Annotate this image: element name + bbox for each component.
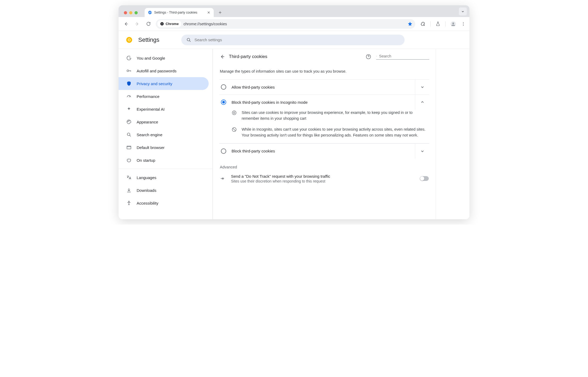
svg-point-21 bbox=[232, 111, 236, 115]
sidebar-item-label: You and Google bbox=[137, 56, 165, 60]
svg-point-25 bbox=[235, 113, 235, 114]
labs-icon[interactable] bbox=[435, 21, 440, 26]
url-text: chrome://settings/cookies bbox=[183, 22, 227, 26]
accessibility-icon bbox=[126, 200, 132, 206]
address-bar[interactable]: Chrome chrome://settings/cookies bbox=[156, 19, 415, 29]
svg-point-20 bbox=[376, 56, 377, 56]
sidebar-item-label: Search engine bbox=[137, 132, 162, 137]
window-close-button[interactable] bbox=[124, 11, 127, 14]
option-block-incognito: Block third-party cookies in Incognito m… bbox=[219, 94, 429, 110]
search-icon bbox=[376, 54, 377, 59]
detail-row: Sites can use cookies to improve your br… bbox=[232, 110, 429, 122]
svg-point-10 bbox=[128, 39, 130, 40]
settings-content: Third-party cookies Manage the types of … bbox=[213, 49, 469, 219]
new-tab-button[interactable] bbox=[216, 9, 224, 16]
sidebar-item-label: Accessibility bbox=[137, 201, 158, 205]
option-label: Block third-party cookies bbox=[232, 149, 275, 153]
collapse-button[interactable] bbox=[415, 95, 429, 110]
svg-point-4 bbox=[452, 22, 454, 24]
svg-point-12 bbox=[127, 70, 129, 72]
sidebar-item-label: On startup bbox=[137, 158, 155, 163]
send-icon bbox=[220, 176, 226, 181]
key-icon bbox=[126, 68, 132, 73]
svg-point-7 bbox=[463, 25, 464, 26]
sidebar-item-performance[interactable]: Performance bbox=[119, 90, 209, 103]
expand-button[interactable] bbox=[415, 80, 429, 94]
sidebar-item-appearance[interactable]: Appearance bbox=[119, 115, 209, 128]
window-controls bbox=[121, 11, 139, 17]
settings-sidebar: You and Google Autofill and passwords Pr… bbox=[119, 49, 213, 219]
detail-text: While in Incognito, sites can't use your… bbox=[242, 126, 429, 138]
separator bbox=[430, 21, 431, 27]
tab-title: Settings - Third-party cookies bbox=[154, 11, 197, 14]
extensions-icon[interactable] bbox=[421, 21, 426, 26]
toolbar-actions bbox=[419, 21, 466, 27]
sidebar-item-search-engine[interactable]: Search engine bbox=[119, 128, 209, 141]
option-allow-third-party-cookies: Allow third-party cookies bbox=[219, 79, 429, 94]
sidebar-item-label: Autofill and passwords bbox=[137, 69, 177, 73]
detail-row: While in Incognito, sites can't use your… bbox=[232, 126, 429, 138]
setting-title: Send a "Do Not Track" request with your … bbox=[231, 174, 414, 179]
sidebar-item-label: Experimental AI bbox=[137, 107, 165, 111]
expand-button[interactable] bbox=[415, 144, 429, 159]
chevron-down-icon bbox=[420, 148, 425, 154]
sidebar-item-autofill[interactable]: Autofill and passwords bbox=[119, 64, 209, 77]
sidebar-item-accessibility[interactable]: Accessibility bbox=[119, 197, 209, 209]
browser-tab[interactable]: Settings - Third-party cookies bbox=[145, 8, 214, 17]
radio-selected-icon bbox=[221, 100, 226, 105]
option-radio-area[interactable]: Block third-party cookies bbox=[219, 144, 415, 159]
block-icon bbox=[232, 126, 237, 138]
sidebar-item-label: Default browser bbox=[137, 145, 165, 150]
sidebar-item-downloads[interactable]: Downloads bbox=[119, 184, 209, 197]
chevron-down-icon bbox=[420, 84, 425, 90]
window-maximize-button[interactable] bbox=[135, 11, 138, 14]
translate-icon bbox=[126, 175, 132, 180]
intro-text: Manage the types of information sites ca… bbox=[219, 69, 429, 73]
tabs-overflow-button[interactable] bbox=[459, 7, 467, 15]
help-icon[interactable] bbox=[366, 54, 371, 60]
site-chip-label: Chrome bbox=[166, 22, 179, 26]
page-title: Settings bbox=[138, 36, 159, 43]
card-back-button[interactable] bbox=[219, 54, 225, 60]
sidebar-item-privacy-security[interactable]: Privacy and security bbox=[119, 77, 209, 90]
svg-point-2 bbox=[162, 23, 163, 24]
download-icon bbox=[126, 188, 132, 193]
search-settings-input[interactable] bbox=[195, 38, 400, 42]
svg-point-23 bbox=[234, 112, 235, 113]
detail-text: Sites can use cookies to improve your br… bbox=[242, 110, 429, 122]
site-chip[interactable]: Chrome bbox=[157, 20, 181, 27]
settings-header: Settings bbox=[119, 31, 469, 49]
svg-point-11 bbox=[187, 38, 190, 41]
back-button[interactable] bbox=[122, 20, 130, 28]
option-label: Block third-party cookies in Incognito m… bbox=[232, 100, 308, 105]
window-minimize-button[interactable] bbox=[129, 11, 132, 14]
menu-kebab-icon[interactable] bbox=[461, 22, 466, 26]
do-not-track-toggle[interactable] bbox=[420, 176, 429, 181]
option-radio-area[interactable]: Block third-party cookies in Incognito m… bbox=[219, 95, 415, 110]
section-search-input[interactable] bbox=[379, 54, 429, 58]
sidebar-item-experimental-ai[interactable]: Experimental AI bbox=[119, 103, 209, 115]
tab-close-button[interactable] bbox=[207, 11, 211, 14]
browser-toolbar: Chrome chrome://settings/cookies bbox=[119, 17, 469, 31]
setting-texts: Send a "Do Not Track" request with your … bbox=[231, 174, 414, 183]
forward-button[interactable] bbox=[133, 20, 141, 28]
svg-point-5 bbox=[463, 22, 464, 23]
search-settings-bar[interactable] bbox=[181, 35, 405, 45]
reload-button[interactable] bbox=[145, 20, 152, 28]
chevron-up-icon bbox=[420, 100, 425, 105]
sidebar-item-you-and-google[interactable]: You and Google bbox=[119, 52, 209, 64]
do-not-track-row[interactable]: Send a "Do Not Track" request with your … bbox=[219, 173, 429, 184]
section-search[interactable] bbox=[376, 54, 429, 60]
settings-gear-icon bbox=[148, 10, 152, 15]
sidebar-item-label: Downloads bbox=[137, 188, 156, 193]
sidebar-item-languages[interactable]: Languages bbox=[119, 171, 209, 184]
profile-avatar-icon[interactable] bbox=[450, 21, 456, 27]
option-radio-area[interactable]: Allow third-party cookies bbox=[219, 80, 415, 94]
sidebar-item-on-startup[interactable]: On startup bbox=[119, 154, 209, 167]
radio-unselected-icon bbox=[221, 148, 226, 154]
sidebar-item-default-browser[interactable]: Default browser bbox=[119, 141, 209, 154]
sidebar-item-label: Languages bbox=[137, 175, 156, 180]
setting-subtitle: Sites use their discretion when respondi… bbox=[231, 179, 414, 183]
browser-window: Settings - Third-party cookies Chrome bbox=[119, 5, 469, 219]
bookmark-star-icon[interactable] bbox=[408, 21, 413, 26]
